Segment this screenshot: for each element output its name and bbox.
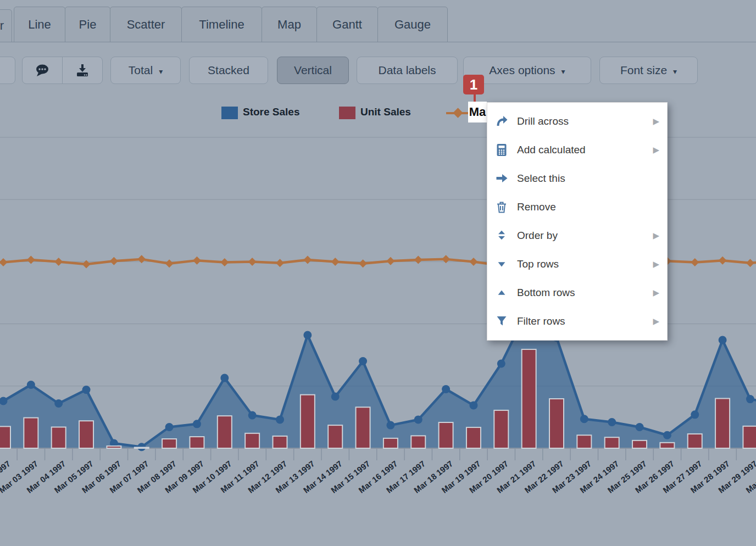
trash-icon bbox=[494, 200, 509, 214]
menu-item-label: Top rows bbox=[517, 258, 653, 270]
menu-item-label: Select this bbox=[517, 172, 659, 185]
context-menu-list: Drill across▶Add calculated▶Select thisR… bbox=[487, 107, 667, 336]
calculator-icon bbox=[494, 143, 509, 157]
menu-item-remove[interactable]: Remove bbox=[487, 193, 667, 221]
menu-item-label: Drill across bbox=[517, 115, 653, 127]
arrow-right-icon bbox=[494, 172, 509, 185]
drill-across-icon bbox=[494, 115, 509, 128]
menu-item-add-calculated[interactable]: Add calculated▶ bbox=[487, 136, 667, 164]
funnel-icon bbox=[494, 315, 509, 328]
menu-item-order-by[interactable]: Order by▶ bbox=[487, 221, 667, 250]
menu-item-top-rows[interactable]: Top rows▶ bbox=[487, 250, 667, 278]
sort-icon bbox=[494, 229, 509, 242]
submenu-arrow-icon: ▶ bbox=[653, 259, 659, 269]
submenu-arrow-icon: ▶ bbox=[653, 288, 659, 298]
triangle-up-icon bbox=[494, 286, 509, 299]
triangle-down-icon bbox=[494, 258, 509, 271]
step-badge: 1 bbox=[463, 75, 484, 94]
menu-item-label: Add calculated bbox=[517, 144, 653, 156]
submenu-arrow-icon: ▶ bbox=[653, 116, 659, 126]
menu-item-label: Bottom rows bbox=[517, 287, 653, 299]
menu-item-label: Remove bbox=[517, 201, 659, 213]
menu-item-bottom-rows[interactable]: Bottom rows▶ bbox=[487, 278, 667, 307]
submenu-arrow-icon: ▶ bbox=[653, 145, 659, 155]
context-menu: Drill across▶Add calculated▶Select thisR… bbox=[487, 102, 668, 341]
menu-item-filter-rows[interactable]: Filter rows▶ bbox=[487, 307, 667, 336]
menu-item-drill-across[interactable]: Drill across▶ bbox=[487, 107, 667, 136]
legend-label-ma-highlighted[interactable]: Ma bbox=[468, 102, 487, 122]
menu-item-select-this[interactable]: Select this bbox=[487, 164, 667, 193]
step-badge-number: 1 bbox=[470, 76, 477, 93]
menu-item-label: Order by bbox=[517, 230, 653, 242]
menu-item-label: Filter rows bbox=[517, 315, 653, 327]
submenu-arrow-icon: ▶ bbox=[653, 231, 659, 241]
submenu-arrow-icon: ▶ bbox=[653, 316, 659, 326]
